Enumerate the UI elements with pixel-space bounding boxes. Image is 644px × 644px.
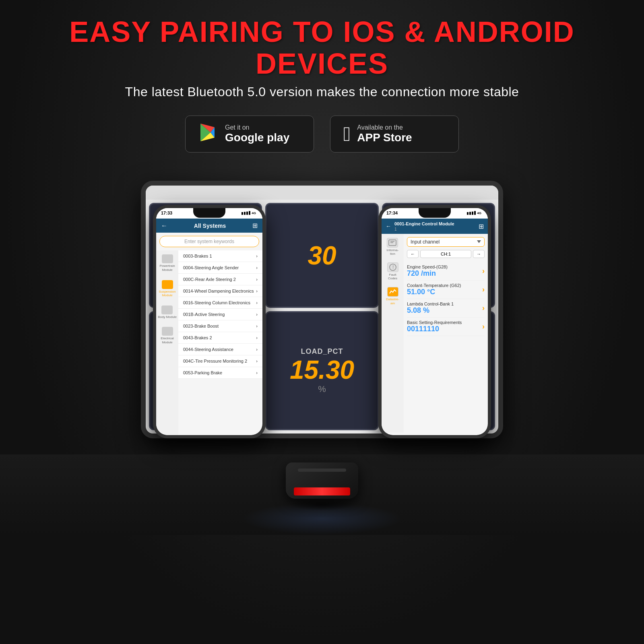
apple-store-text: Available on the APP Store xyxy=(357,124,412,144)
sidebar-electrical[interactable]: Electrical Module xyxy=(156,327,178,344)
data-row-lambda: Lambda Control-Bank 1 5.08 % › xyxy=(407,299,485,318)
powertrain-label: Powertrain Module xyxy=(156,264,178,272)
devices-section: SPARKADV -3.00 • 30 0 LOAD_PCT 15.30 % xyxy=(0,173,644,535)
coolant-value: 51.00 °C xyxy=(407,288,482,296)
svg-rect-10 xyxy=(469,212,471,215)
information-label: Informa-tion xyxy=(387,248,399,256)
engine-speed-chevron[interactable]: › xyxy=(482,267,485,275)
apple-large-text: APP Store xyxy=(357,131,412,144)
svg-rect-11 xyxy=(472,212,473,215)
datastream-label: Datastre-am xyxy=(386,297,399,305)
ch-label: CH:1 xyxy=(420,250,471,258)
phone-right-nav-title: 0001-Engine Control Module xyxy=(394,221,475,227)
header-section: EASY PAIRING TO IOS & ANDROID DEVICES Th… xyxy=(0,0,644,153)
sidebar-powertrain[interactable]: Powertrain Module xyxy=(156,254,178,272)
phone-left-search[interactable]: Enter system keywords xyxy=(159,236,259,247)
data-card-30: 30 xyxy=(265,203,378,308)
sidebar-body[interactable]: Body Module xyxy=(158,305,177,319)
obd-red-strip xyxy=(294,487,350,495)
menu-item-000c[interactable]: 000C-Rear Axle Steering 2› xyxy=(178,274,262,285)
load-pct-label: LOAD_PCT xyxy=(301,347,343,356)
phone-right-nav: ← 0001-Engine Control Module 1 ⊞ xyxy=(382,219,488,233)
r-icon-datastream[interactable]: Datastre-am xyxy=(386,287,399,305)
phone-right-screen: 17:34 4G ← 0001-Engine Control Module 1 … xyxy=(382,208,488,435)
menu-item-0043[interactable]: 0043-Brakes 2› xyxy=(178,332,262,344)
powertrain-icon xyxy=(162,254,173,263)
lambda-chevron[interactable]: › xyxy=(482,304,485,312)
menu-item-0053[interactable]: 0053-Parking Brake› xyxy=(178,367,262,379)
electrical-label: Electrical Module xyxy=(156,336,178,344)
load-pct-unit: % xyxy=(318,384,326,394)
data-row-coolant: Coolant-Temperature (G62) 51.00 °C › xyxy=(407,281,485,299)
svg-rect-4 xyxy=(242,212,243,215)
svg-rect-9 xyxy=(467,212,469,215)
phone-left-content: Powertrain Module Suspension Module Body… xyxy=(156,250,262,435)
data-card-load-pct: LOAD_PCT 15.30 % xyxy=(265,311,378,430)
google-large-text: Google play xyxy=(225,131,289,144)
coolant-chevron[interactable]: › xyxy=(482,285,485,294)
app-store-button[interactable]:  Available on the APP Store xyxy=(330,116,459,153)
suspension-label: Suspension Module xyxy=(156,290,178,297)
svg-text:4G: 4G xyxy=(477,212,481,215)
google-play-button[interactable]: Get it on Google play xyxy=(185,116,314,153)
sidebar-icons: Powertrain Module Suspension Module Body… xyxy=(156,250,178,435)
apple-small-text: Available on the xyxy=(357,124,412,131)
phone-right-signal: 4G xyxy=(467,211,483,216)
svg-text:!: ! xyxy=(392,264,394,270)
ch-bar: ← CH:1 → xyxy=(407,250,485,258)
google-store-text: Get it on Google play xyxy=(225,124,289,144)
basic-setting-label: Basic Setting-Requirements xyxy=(407,320,482,325)
phone-right-notch xyxy=(419,208,451,218)
lambda-value: 5.08 % xyxy=(407,306,482,315)
information-icon xyxy=(387,238,398,248)
load-pct-value: 15.30 xyxy=(290,356,354,384)
suspension-icon xyxy=(162,280,173,289)
phone-left-nav-title: All Systems xyxy=(194,223,226,229)
fault-codes-label: FaultCodes xyxy=(388,273,397,281)
fault-codes-icon: ! xyxy=(387,262,398,272)
basic-setting-value: 00111110 xyxy=(407,325,482,333)
body-label: Body Module xyxy=(158,315,177,319)
phone-left-time: 17:33 xyxy=(161,211,172,216)
input-channel-bar[interactable]: Input channel xyxy=(407,237,485,247)
phone-left-device: 17:33 4G ← All Systems ⊞ Enter system ke… xyxy=(153,205,266,438)
r-icon-information[interactable]: Informa-tion xyxy=(387,238,399,256)
svg-rect-5 xyxy=(244,212,246,215)
dropdown-arrow xyxy=(477,240,481,243)
phone-right-body: Informa-tion ! FaultCodes Datastre-am xyxy=(382,234,488,433)
r-icon-fault-codes[interactable]: ! FaultCodes xyxy=(387,262,398,281)
ch-prev-button[interactable]: ← xyxy=(407,250,419,258)
menu-item-001b[interactable]: 001B-Active Steering› xyxy=(178,309,262,320)
coolant-label: Coolant-Temperature (G62) xyxy=(407,283,482,288)
input-channel-text: Input channel xyxy=(411,239,440,245)
menu-item-0023[interactable]: 0023-Brake Boost› xyxy=(178,320,262,332)
phone-right-device: 17:34 4G ← 0001-Engine Control Module 1 … xyxy=(378,205,491,438)
apple-icon:  xyxy=(343,124,351,144)
data-row-engine-speed: Engine Speed-(G28) 720 /min › xyxy=(407,262,485,281)
menu-item-0014[interactable]: 0014-Wheel Dampening Electronics› xyxy=(178,285,262,297)
svg-text:4G: 4G xyxy=(252,212,256,215)
ch-next-button[interactable]: → xyxy=(473,250,485,258)
data-row-basic-setting: Basic Setting-Requirements 00111110 › xyxy=(407,318,485,336)
menu-item-0003[interactable]: 0003-Brakes 1› xyxy=(178,250,262,262)
electrical-icon xyxy=(162,327,173,336)
menu-item-004c[interactable]: 004C-Tire Pressure Monitoring 2› xyxy=(178,355,262,367)
obd-shadow xyxy=(290,499,354,511)
datastream-icon xyxy=(387,287,398,297)
phone-left-screen: 17:33 4G ← All Systems ⊞ Enter system ke… xyxy=(156,208,262,435)
menu-item-0016[interactable]: 0016-Steering Column Electronics› xyxy=(178,297,262,309)
sidebar-suspension[interactable]: Suspension Module xyxy=(156,280,178,297)
main-title: EASY PAIRING TO IOS & ANDROID DEVICES xyxy=(0,16,644,80)
engine-speed-value: 720 /min xyxy=(407,269,482,278)
svg-rect-6 xyxy=(246,212,248,215)
phone-right-nav-subtitle: 1 xyxy=(394,227,475,231)
menu-item-0004[interactable]: 0004-Steering Angle Sender› xyxy=(178,262,262,274)
phone-left-notch xyxy=(193,208,225,218)
right-sidebar: Informa-tion ! FaultCodes Datastre-am xyxy=(382,234,404,433)
subtitle: The latest Bluetooth 5.0 version makes t… xyxy=(0,85,644,99)
value-30: 30 xyxy=(308,242,336,270)
basic-setting-chevron[interactable]: › xyxy=(482,322,485,331)
svg-rect-12 xyxy=(474,211,476,215)
menu-item-0044[interactable]: 0044-Steering Assistance› xyxy=(178,344,262,355)
google-small-text: Get it on xyxy=(225,124,289,131)
